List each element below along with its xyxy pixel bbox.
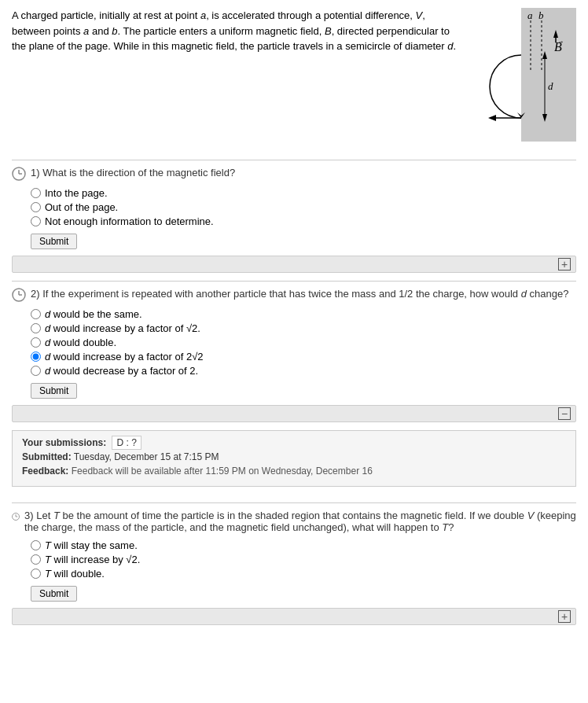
- q2-feedback-text: Feedback will be available after 11:59 P…: [72, 466, 373, 477]
- q2-submit-button[interactable]: Submit: [31, 383, 77, 399]
- q2-feedback-label: Feedback:: [22, 466, 68, 477]
- q2-option-d: d would increase by a factor of 2√2: [31, 351, 576, 363]
- q1-option-a: Into the page.: [31, 187, 576, 199]
- q2-option-e: d would decrease by a factor of 2.: [31, 365, 576, 377]
- q1-option-c: Not enough information to determine.: [31, 215, 576, 227]
- q2-collapse-icon: −: [558, 407, 571, 420]
- q2-option-a: d would be the same.: [31, 308, 576, 320]
- q3-radio-b[interactable]: [31, 554, 41, 565]
- q2-submitted-label: Submitted:: [22, 451, 72, 462]
- q3-header: 3) Let T be the amount of time the parti…: [12, 510, 576, 533]
- svg-marker-11: [488, 115, 496, 121]
- q3-option-a: T will stay the same.: [31, 539, 576, 551]
- q1-label-a[interactable]: Into the page.: [45, 187, 108, 199]
- q3-option-b: T will increase by √2.: [31, 554, 576, 565]
- q1-radio-c[interactable]: [31, 216, 41, 226]
- q3-radio-a[interactable]: [31, 540, 41, 550]
- q2-radio-b[interactable]: [31, 323, 41, 333]
- q1-label: What is the direction of the magnetic fi…: [40, 167, 236, 179]
- q1-option-b: Out of the page.: [31, 201, 576, 213]
- q1-collapsible-bar[interactable]: +: [12, 256, 576, 273]
- q3-submit-button[interactable]: Submit: [31, 586, 77, 602]
- problem-statement: A charged particle, initially at rest at…: [12, 8, 576, 144]
- q2-submitted-line: Submitted: Tuesday, December 15 at 7:15 …: [22, 451, 566, 462]
- q3-label-a[interactable]: T will stay the same.: [45, 539, 138, 551]
- main-container: A charged particle, initially at rest at…: [0, 0, 588, 641]
- diagram-svg: a b d: [474, 8, 576, 142]
- q1-header: 1) What is the direction of the magnetic…: [12, 167, 576, 181]
- problem-text: A charged particle, initially at rest at…: [12, 8, 466, 144]
- q1-submit-button[interactable]: Submit: [31, 234, 77, 249]
- q1-radio-a[interactable]: [31, 188, 41, 198]
- q2-submissions-label: Your submissions:: [22, 437, 106, 448]
- q3-option-c: T will double.: [31, 568, 576, 580]
- q2-submitted-date: Tuesday, December 15 at 7:15 PM: [74, 451, 219, 462]
- q2-feedback-line: Feedback: Feedback will be available aft…: [22, 466, 566, 477]
- clock-icon-q1: [12, 167, 26, 181]
- clock-icon-q3: [12, 510, 20, 524]
- q2-options: d would be the same. d would increase by…: [31, 308, 576, 377]
- q2-option-b: d would increase by a factor of √2.: [31, 322, 576, 334]
- q2-label-a[interactable]: d would be the same.: [45, 308, 142, 320]
- question-3-section: 3) Let T be the amount of time the parti…: [12, 502, 576, 625]
- q2-label-e[interactable]: d would decrease by a factor of 2.: [45, 365, 198, 377]
- q2-number: 2): [31, 288, 40, 300]
- svg-text:b: b: [538, 9, 544, 21]
- q3-number: 3): [24, 510, 34, 521]
- q2-answer-badge: D : ?: [112, 436, 141, 450]
- svg-text:d: d: [548, 80, 553, 92]
- q3-radio-c[interactable]: [31, 569, 41, 579]
- q2-label-c[interactable]: d would double.: [45, 337, 116, 348]
- clock-icon-q2: [12, 288, 26, 302]
- question-2-section: 2) If the experiment is repeated with an…: [12, 281, 576, 487]
- q1-number: 1): [31, 167, 40, 179]
- q3-text: 3) Let T be the amount of time the parti…: [24, 510, 576, 533]
- q3-options: T will stay the same. T will increase by…: [31, 539, 576, 580]
- q2-label-d[interactable]: d would increase by a factor of 2√2: [45, 351, 204, 363]
- q1-text: 1) What is the direction of the magnetic…: [31, 167, 235, 179]
- q2-submission-box: Your submissions: D : ? Submitted: Tuesd…: [12, 430, 576, 487]
- q1-label-c[interactable]: Not enough information to determine.: [45, 215, 214, 227]
- q3-collapsible-bar[interactable]: +: [12, 608, 576, 625]
- svg-text:a: a: [527, 9, 533, 21]
- q2-label-b[interactable]: d would increase by a factor of √2.: [45, 322, 200, 334]
- q2-collapsible-bar[interactable]: −: [12, 405, 576, 422]
- q3-label-b[interactable]: T will increase by √2.: [45, 554, 140, 565]
- q2-radio-d[interactable]: [31, 352, 41, 362]
- separator: [12, 495, 576, 502]
- q2-radio-c[interactable]: [31, 337, 41, 348]
- q3-label-c[interactable]: T will double.: [45, 568, 105, 580]
- q1-expand-icon: +: [558, 258, 571, 271]
- question-1-section: 1) What is the direction of the magnetic…: [12, 160, 576, 273]
- q2-option-c: d would double.: [31, 337, 576, 348]
- q2-radio-e[interactable]: [31, 366, 41, 376]
- diagram-container: a b d: [474, 8, 576, 144]
- q1-options: Into the page. Out of the page. Not enou…: [31, 187, 576, 227]
- q2-radio-a[interactable]: [31, 309, 41, 319]
- svg-rect-0: [521, 8, 576, 142]
- q1-label-b[interactable]: Out of the page.: [45, 201, 118, 213]
- q2-submissions-line: Your submissions: D : ?: [22, 437, 566, 448]
- q2-header: 2) If the experiment is repeated with an…: [12, 288, 576, 302]
- q3-expand-icon: +: [558, 610, 571, 623]
- q1-radio-b[interactable]: [31, 202, 41, 212]
- q2-text: 2) If the experiment is repeated with an…: [31, 288, 568, 300]
